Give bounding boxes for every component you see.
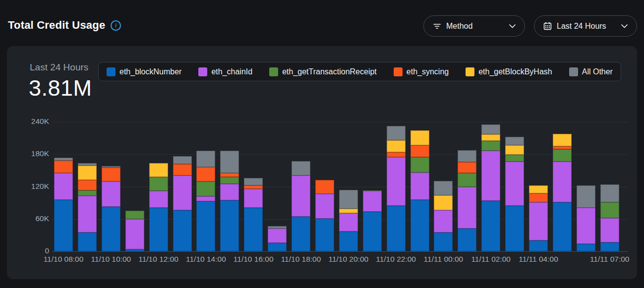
chart-bar[interactable] <box>481 124 500 251</box>
bar-segment <box>173 175 192 211</box>
chart-bar[interactable] <box>196 151 215 251</box>
bar-segment <box>505 145 524 155</box>
bar-segment <box>54 173 73 199</box>
info-icon[interactable]: i <box>111 20 121 31</box>
chart-bar[interactable] <box>315 180 334 251</box>
chart-bar[interactable] <box>54 158 73 251</box>
chart-bar[interactable] <box>577 185 595 251</box>
bar-segment <box>78 180 97 190</box>
bar-segment <box>220 184 239 200</box>
bar-segment <box>125 219 144 249</box>
bar-segment <box>577 244 595 251</box>
bar-segment <box>78 190 97 196</box>
bar-segment <box>339 231 358 251</box>
bar-segment <box>268 243 287 251</box>
chart-bar[interactable] <box>149 163 168 251</box>
page-header: Total Credit Usage i <box>8 19 121 32</box>
bar-segment <box>78 196 97 232</box>
chart-bar[interactable] <box>125 211 144 251</box>
bar-segment <box>600 242 619 251</box>
bar-segment <box>339 213 358 231</box>
bar-segment <box>577 208 595 244</box>
chart-bar[interactable] <box>505 137 524 251</box>
method-filter-label: Method <box>446 22 504 31</box>
y-axis-tick: 120K <box>7 182 49 191</box>
credit-usage-card: Last 24 Hours 3.81M eth_blockNumber eth_… <box>7 46 637 279</box>
bar-segment <box>102 168 120 181</box>
y-axis-tick: 60K <box>7 214 49 223</box>
bar-segment <box>220 151 239 173</box>
chart-bar[interactable] <box>600 184 619 251</box>
bar-segment <box>481 201 500 251</box>
bar-segment <box>292 217 310 251</box>
chart-bar[interactable] <box>292 161 310 251</box>
bar-segment <box>244 178 263 185</box>
header-controls: Method Last 24 Hours <box>423 15 637 37</box>
bar-segment <box>577 185 595 208</box>
bar-segment <box>387 126 406 140</box>
method-filter-dropdown[interactable]: Method <box>423 15 525 37</box>
bar-segment <box>315 219 334 251</box>
bar-segment <box>505 137 524 145</box>
bar-segment <box>410 130 429 145</box>
bar-segment <box>553 134 572 146</box>
chart-bar[interactable] <box>268 226 287 251</box>
chart-bar[interactable] <box>434 181 453 251</box>
bar-segment <box>458 162 476 173</box>
bar-segment <box>125 211 144 219</box>
chart-bar[interactable] <box>458 150 476 251</box>
bar-segment <box>458 229 476 251</box>
bar-segment <box>458 173 476 186</box>
bar-segment <box>434 181 453 195</box>
chart-bar[interactable] <box>387 126 406 251</box>
bar-segment <box>529 202 548 240</box>
bar-segment <box>244 189 263 208</box>
bar-segment <box>196 181 215 196</box>
bar-segment <box>339 209 358 213</box>
bar-segment <box>529 185 548 193</box>
bar-segment <box>149 208 168 251</box>
bar-segment <box>102 181 120 207</box>
gridline-0 <box>52 251 628 252</box>
bar-segment <box>387 140 406 152</box>
bar-segment <box>410 157 429 173</box>
usage-stacked-bar-chart: 060K120K180K240K11/10 08:0011/10 10:0011… <box>7 46 637 279</box>
bar-segment <box>173 210 192 251</box>
chart-bar[interactable] <box>102 166 120 251</box>
bar-segment <box>481 141 500 151</box>
bar-segment <box>315 180 334 193</box>
chart-bar[interactable] <box>244 178 263 251</box>
bar-segment <box>529 240 548 251</box>
bar-segment <box>600 202 619 218</box>
bar-segment <box>481 124 500 134</box>
bar-segment <box>410 145 429 157</box>
time-range-label: Last 24 Hours <box>557 22 616 31</box>
bar-segment <box>458 150 476 162</box>
bar-segment <box>54 200 73 251</box>
bar-segment <box>481 134 500 141</box>
chart-bar[interactable] <box>173 156 192 251</box>
x-axis-tick: 11/11 07:00 <box>578 255 642 264</box>
bar-segment <box>196 201 215 251</box>
chart-bar[interactable] <box>363 190 382 251</box>
bar-segment <box>600 184 619 202</box>
chart-bar[interactable] <box>410 130 429 251</box>
chart-bar[interactable] <box>553 134 572 251</box>
bar-segment <box>553 202 572 251</box>
chart-bar[interactable] <box>529 185 548 251</box>
chevron-down-icon <box>621 24 628 28</box>
chart-bar[interactable] <box>78 163 97 251</box>
bar-segment <box>268 229 287 242</box>
bar-segment <box>481 151 500 201</box>
bar-segment <box>292 161 310 175</box>
bar-segment <box>434 195 453 210</box>
time-range-dropdown[interactable]: Last 24 Hours <box>534 15 637 37</box>
y-axis-tick: 240K <box>7 117 49 126</box>
bar-segment <box>458 187 476 229</box>
chart-bar[interactable] <box>339 190 358 251</box>
calendar-icon <box>543 22 552 30</box>
bar-segment <box>220 200 239 251</box>
bar-segment <box>505 162 524 205</box>
filter-icon <box>433 22 441 30</box>
chart-bar[interactable] <box>220 151 239 251</box>
